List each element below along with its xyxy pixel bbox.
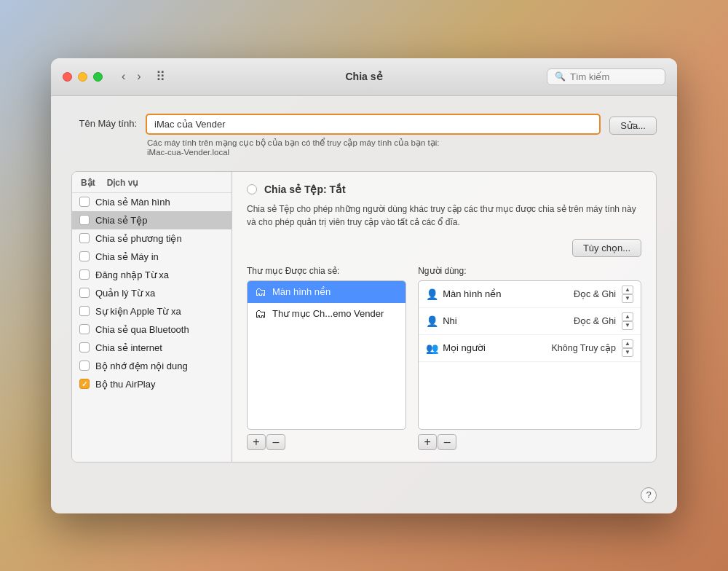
help-button[interactable]: ? [641,487,657,503]
service-checkbox[interactable] [79,306,90,316]
service-item[interactable]: Chia sẻ Màn hình [72,193,232,211]
service-checkbox[interactable] [79,215,90,225]
folder-add-remove: + – [247,434,406,450]
stepper-down[interactable]: ▼ [622,294,633,303]
service-item[interactable]: Chia sẻ Máy in [72,248,232,266]
user-access-section: Người dùng: 👤Màn hình nềnĐọc & Ghi▲▼👤Nhi… [418,266,641,450]
folder-item[interactable]: 🗂Thư mục Ch...emo Vender [248,303,405,325]
access-stepper[interactable]: ▲▼ [622,339,633,357]
service-label: Chia sẻ Màn hình [95,197,170,208]
folder-item[interactable]: 🗂Màn hình nền [248,281,405,303]
folders-list: 🗂Màn hình nền🗂Thư mục Ch...emo Vender [247,280,406,430]
stepper-down[interactable]: ▼ [622,321,633,330]
service-item[interactable]: Bộ thu AirPlay [72,375,232,393]
folder-section: Thư mục Được chia sẻ: 🗂Màn hình nền🗂Thư … [247,266,406,450]
nav-buttons: ‹ › [117,67,146,86]
titlebar: ‹ › ⠿ Chia sẻ 🔍 [51,58,677,96]
folders-label: Thư mục Được chia sẻ: [247,266,406,276]
user-item[interactable]: 👤NhiĐọc & Ghi▲▼ [419,308,641,335]
user-icon: 👥 [426,342,438,354]
service-radio[interactable] [247,184,257,194]
service-checkbox[interactable] [79,251,90,261]
computer-name-hint: Các máy tính trên mạng cục bộ của bạn có… [146,138,601,157]
back-button[interactable]: ‹ [117,67,130,86]
search-icon: 🔍 [555,71,566,82]
user-icon: 👤 [426,315,438,327]
service-title-row: Chia sẻ Tệp: Tắt [247,184,641,195]
user-item[interactable]: 👤Màn hình nềnĐọc & Ghi▲▼ [419,281,641,308]
user-name: Nhi [443,315,457,326]
window-title: Chia sẻ [345,71,382,82]
service-item[interactable]: Chia sẻ internet [72,339,232,357]
minimize-button[interactable] [78,72,87,82]
stepper-up[interactable]: ▲ [622,286,633,294]
services-panel: Bật Dịch vụ Chia sẻ Màn hìnhChia sẻ TệpC… [72,172,232,462]
service-item[interactable]: Chia sẻ qua Bluetooth [72,320,232,339]
service-label: Chia sẻ phương tiện [95,233,182,244]
user-access-label: Đọc & Ghi [574,288,616,299]
stepper-up[interactable]: ▲ [622,339,633,348]
user-remove-button[interactable]: – [438,434,456,450]
traffic-lights [63,72,103,82]
service-item[interactable]: Sự kiện Apple Từ xa [72,302,232,320]
user-icon: 👤 [426,288,438,300]
user-access-label: Không Truy cập [551,342,616,353]
options-btn-row: Tùy chọn... [247,239,641,257]
folder-name: Thư mục Ch...emo Vender [272,308,384,319]
service-checkbox[interactable] [79,324,90,334]
folder-icon: 🗂 [255,307,266,320]
folder-name: Màn hình nền [272,286,331,297]
service-title: Chia sẻ Tệp: Tắt [264,184,346,195]
folder-remove-button[interactable]: – [266,434,285,450]
service-checkbox[interactable] [79,342,90,353]
service-item[interactable]: Bộ nhớ đệm nội dung [72,357,232,375]
folder-add-button[interactable]: + [247,434,266,450]
service-item[interactable]: Chia sẻ phương tiện [72,229,232,248]
stepper-down[interactable]: ▼ [622,348,633,357]
user-access-col: Không Truy cập▲▼ [551,339,633,357]
services-list: Chia sẻ Màn hìnhChia sẻ TệpChia sẻ phươn… [72,193,232,393]
service-label: Chia sẻ Máy in [95,251,159,262]
content-area: Tên Máy tính: Các máy tính trên mạng cục… [51,96,677,480]
user-item[interactable]: 👥Mọi ngườiKhông Truy cập▲▼ [419,335,641,362]
user-name-col: 👤Nhi [426,315,568,327]
service-label: Quản lý Từ xa [95,288,155,299]
service-item[interactable]: Chia sẻ Tệp [72,211,232,229]
user-add-button[interactable]: + [418,434,437,450]
options-button[interactable]: Tùy chọn... [572,239,641,257]
service-checkbox[interactable] [79,197,90,207]
computer-name-input[interactable] [146,114,601,135]
user-name-col: 👥Mọi người [426,342,545,354]
user-name-col: 👤Màn hình nền [426,288,568,300]
service-label: Bộ thu AirPlay [95,379,155,390]
service-checkbox[interactable] [79,288,90,298]
service-checkbox[interactable] [79,233,90,243]
main-window: ‹ › ⠿ Chia sẻ 🔍 Tên Máy tính: Các máy tí… [51,58,677,513]
access-stepper[interactable]: ▲▼ [622,286,633,303]
service-checkbox[interactable] [79,269,90,280]
service-item[interactable]: Quản lý Từ xa [72,284,232,302]
computer-name-label: Tên Máy tính: [71,114,137,129]
service-label: Sự kiện Apple Từ xa [95,306,181,317]
grid-button[interactable]: ⠿ [151,66,170,87]
stepper-up[interactable]: ▲ [622,312,633,321]
close-button[interactable] [63,72,72,82]
user-name: Mọi người [443,342,486,353]
service-checkbox[interactable] [79,379,90,389]
search-box[interactable]: 🔍 [547,68,665,85]
col-bat-header: Bật [81,178,95,188]
folders-users: Thư mục Được chia sẻ: 🗂Màn hình nền🗂Thư … [247,266,641,450]
users-label: Người dùng: [418,266,641,276]
search-input[interactable] [570,71,657,82]
service-checkbox[interactable] [79,361,90,371]
service-label: Đăng nhập Từ xa [95,269,169,280]
service-item[interactable]: Đăng nhập Từ xa [72,266,232,284]
folder-icon: 🗂 [255,286,266,299]
service-description: Chia sẻ Tệp cho phép những người dùng kh… [247,202,641,229]
access-stepper[interactable]: ▲▼ [622,312,633,330]
service-label: Chia sẻ Tệp [95,215,147,226]
main-panel: Bật Dịch vụ Chia sẻ Màn hìnhChia sẻ TệpC… [71,171,657,462]
maximize-button[interactable] [93,72,103,82]
edit-button[interactable]: Sửa... [609,117,657,135]
forward-button[interactable]: › [132,67,145,86]
